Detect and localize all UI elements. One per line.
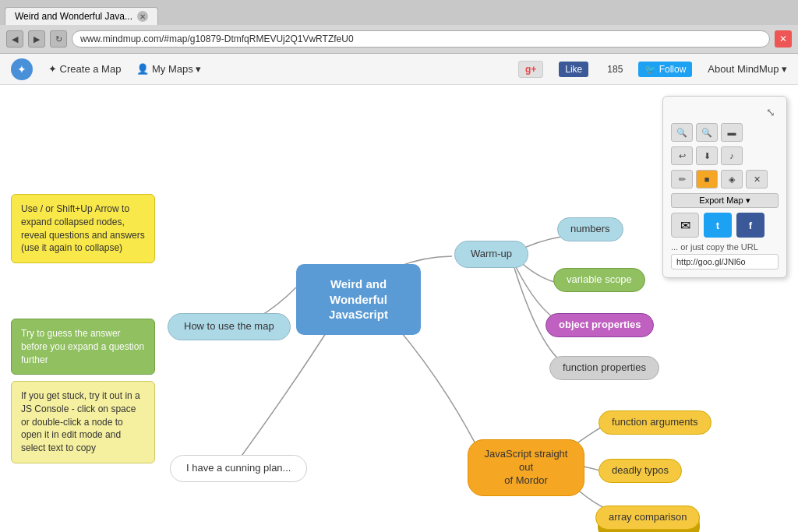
collapse-toolbar-button[interactable]: ⤡ — [763, 104, 779, 120]
node-warmup[interactable]: Warm-up — [454, 241, 528, 268]
refresh-button[interactable]: ↻ — [50, 30, 67, 48]
node-arraycomp-label: array comparison — [609, 511, 687, 523]
zoom-out-button[interactable]: 🔍 — [696, 123, 718, 142]
url-note-label: ... or just copy the URL — [671, 242, 779, 252]
node-howto-label: How to use the map — [184, 320, 274, 332]
node-varscope-label: variable scope — [567, 273, 632, 285]
node-central-label: Weird and WonderfulJavaScript — [329, 277, 388, 321]
node-plan-label: I have a cunning plan... — [186, 462, 291, 474]
fit-button[interactable]: ▬ — [721, 123, 743, 142]
twitter-share-button[interactable]: t — [704, 213, 732, 238]
node-mordor-label: JavaScript straight outof Mordor — [485, 448, 568, 486]
app-nav-bar: ✦ ✦ Create a Map 👤 My Maps ▾ g+ Like 185… — [0, 54, 798, 85]
node-mordor[interactable]: JavaScript straight outof Mordor — [468, 439, 584, 496]
node-funcargs-label: function arguments — [612, 416, 698, 428]
toolbar-panel: ⤡ 🔍 🔍 ▬ ↩ ⬇ ♪ ✏ ■ ◈ ✕ Export Map ▾ ✉ t f… — [662, 96, 787, 278]
note-console-text: If you get stuck, try it out in a JS Con… — [21, 390, 140, 453]
back-button[interactable]: ◀ — [6, 30, 23, 48]
like-button[interactable]: Like — [559, 62, 588, 77]
note-expand-text: Use / or Shift+Up Arrow to expand collap… — [21, 203, 145, 253]
app-logo: ✦ — [11, 58, 33, 80]
toolbar-row-3: ✏ ■ ◈ ✕ — [671, 170, 779, 188]
edit-button[interactable]: ✏ — [671, 170, 693, 188]
node-arraycomp-wrapper[interactable]: array comparison array comparison array … — [595, 506, 700, 530]
tab-close-button[interactable]: ✕ — [137, 11, 148, 22]
address-bar-row: ◀ ▶ ↻ ✕ — [0, 25, 798, 53]
stop-button[interactable]: ✕ — [775, 30, 792, 48]
like-count: 185 — [607, 64, 623, 75]
node-funcargs[interactable]: function arguments — [598, 410, 711, 435]
style-button[interactable]: ◈ — [721, 170, 743, 188]
node-plan[interactable]: I have a cunning plan... — [170, 455, 307, 482]
node-warmup-label: Warm-up — [471, 248, 512, 259]
google-plus-button[interactable]: g+ — [518, 61, 543, 78]
color-button[interactable]: ■ — [696, 170, 718, 188]
node-deadtypos[interactable]: deadly typos — [598, 459, 682, 483]
node-objprop[interactable]: object properties — [546, 313, 654, 337]
toolbar-row-1: 🔍 🔍 ▬ — [671, 123, 779, 142]
browser-tab[interactable]: Weird and Wonderful Java... ✕ — [5, 7, 158, 25]
node-objprop-label: object properties — [559, 319, 641, 330]
address-input[interactable] — [72, 30, 770, 48]
create-map-link[interactable]: ✦ Create a Map — [48, 63, 121, 75]
toolbar-row-export: Export Map ▾ — [671, 193, 779, 208]
node-funcprop[interactable]: function properties — [549, 356, 659, 380]
follow-button[interactable]: 🐦 Follow — [638, 62, 692, 77]
node-funcprop-label: function properties — [563, 361, 646, 373]
forward-button[interactable]: ▶ — [28, 30, 45, 48]
mindmap-area: Use / or Shift+Up Arrow to expand collap… — [0, 85, 798, 532]
undo-button[interactable]: ↩ — [671, 146, 693, 165]
node-central[interactable]: Weird and WonderfulJavaScript — [296, 264, 421, 335]
audio-button[interactable]: ♪ — [721, 146, 743, 165]
node-numbers[interactable]: numbers — [557, 217, 623, 241]
note-guess-text: Try to guess the answer before you expan… — [21, 328, 144, 365]
my-maps-link[interactable]: 👤 My Maps ▾ — [136, 63, 201, 75]
node-deadtypos-label: deadly typos — [612, 464, 669, 476]
toolbar-row-2: ↩ ⬇ ♪ — [671, 146, 779, 165]
tab-title: Weird and Wonderful Java... — [15, 11, 132, 22]
note-console[interactable]: If you get stuck, try it out in a JS Con… — [11, 381, 155, 463]
node-varscope[interactable]: variable scope — [553, 268, 645, 292]
short-url-input[interactable] — [671, 254, 779, 270]
about-link[interactable]: About MindMup ▾ — [708, 63, 787, 75]
note-guess[interactable]: Try to guess the answer before you expan… — [11, 319, 155, 375]
node-howto[interactable]: How to use the map — [168, 313, 291, 340]
node-arraycomp[interactable]: array comparison — [595, 506, 700, 530]
node-numbers-label: numbers — [570, 223, 610, 234]
download-button[interactable]: ⬇ — [696, 146, 718, 165]
facebook-share-button[interactable]: f — [736, 213, 764, 238]
email-share-button[interactable]: ✉ — [671, 213, 699, 238]
tab-bar: Weird and Wonderful Java... ✕ — [0, 0, 798, 25]
social-share-row: ✉ t f — [671, 213, 779, 238]
delete-button[interactable]: ✕ — [746, 170, 768, 188]
export-map-button[interactable]: Export Map ▾ — [671, 193, 779, 208]
browser-chrome: Weird and Wonderful Java... ✕ ◀ ▶ ↻ ✕ — [0, 0, 798, 54]
zoom-in-button[interactable]: 🔍 — [671, 123, 693, 142]
note-expand[interactable]: Use / or Shift+Up Arrow to expand collap… — [11, 194, 155, 263]
